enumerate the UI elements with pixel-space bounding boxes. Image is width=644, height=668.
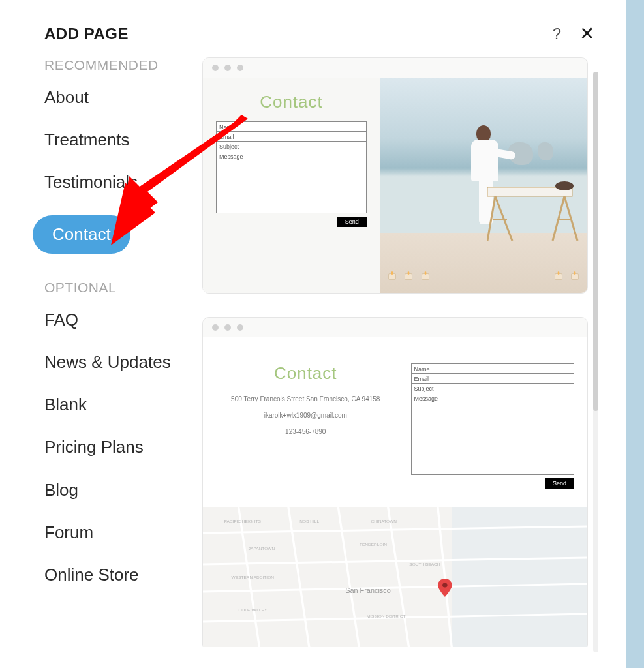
sidebar-item-online-store[interactable]: Online Store [44, 565, 192, 585]
svg-text:TENDERLOIN: TENDERLOIN [360, 542, 388, 547]
send-button: Send [337, 217, 367, 227]
template2-info-panel: Contact 500 Terry Francois Street San Fr… [216, 363, 395, 489]
header-actions: ? ✕ [553, 25, 594, 43]
form-field-name: Name [411, 363, 575, 374]
sidebar-item-forum[interactable]: Forum [44, 523, 192, 543]
svg-point-28 [442, 583, 448, 588]
help-icon[interactable]: ? [553, 25, 561, 43]
svg-line-4 [553, 196, 564, 241]
sidebar-item-blog[interactable]: Blog [44, 480, 192, 500]
sidebar-item-pricing-plans[interactable]: Pricing Plans [44, 437, 192, 457]
form-field-subject: Subject [216, 141, 367, 151]
right-edge-scrollbar-area [626, 0, 644, 668]
template2-body: Contact 500 Terry Francois Street San Fr… [203, 337, 587, 647]
svg-text:COLE VALLEY: COLE VALLEY [239, 607, 268, 612]
contact-phone: 123-456-7890 [216, 428, 395, 435]
massage-table-icon [487, 181, 585, 246]
browser-chrome [203, 58, 587, 78]
modal-title: ADD PAGE [44, 25, 129, 43]
sidebar-item-news-updates[interactable]: News & Updates [44, 352, 192, 372]
add-page-modal: ADD PAGE ? ✕ RECOMMENDED About Treatment… [0, 0, 626, 668]
browser-dot-icon [237, 324, 243, 331]
template-preview-2[interactable]: Contact 500 Terry Francois Street San Fr… [202, 317, 588, 647]
candle-icon [422, 273, 429, 280]
template-preview-1[interactable]: Contact Name Email Subject Message Send [202, 57, 588, 294]
browser-dot-icon [212, 324, 219, 331]
map-city-label: San Francisco [345, 587, 391, 594]
form-field-message: Message [411, 393, 575, 475]
template2-form: Name Email Subject Message Send [411, 363, 575, 489]
browser-dot-icon [237, 65, 243, 71]
svg-text:SOUTH BEACH: SOUTH BEACH [409, 562, 440, 566]
template2-top: Contact 500 Terry Francois Street San Fr… [203, 337, 587, 507]
svg-text:CHINATOWN: CHINATOWN [371, 519, 397, 523]
send-button: Send [545, 478, 574, 489]
browser-dot-icon [224, 65, 231, 71]
template1-heading: Contact [260, 92, 323, 112]
svg-text:WESTERN ADDITION: WESTERN ADDITION [232, 575, 275, 579]
browser-dot-icon [224, 324, 231, 331]
template-previews: Contact Name Email Subject Message Send [202, 57, 626, 647]
form-field-email: Email [216, 131, 367, 142]
browser-dot-icon [212, 65, 219, 71]
sidebar-item-contact[interactable]: Contact [33, 215, 130, 254]
template2-heading: Contact [216, 363, 395, 384]
template1-form: Name Email Subject Message Send [216, 121, 367, 227]
modal-header: ADD PAGE ? ✕ [0, 25, 626, 43]
contact-address: 500 Terry Francois Street San Francisco,… [216, 395, 395, 402]
rock-icon [538, 142, 553, 160]
template1-form-panel: Contact Name Email Subject Message Send [203, 78, 380, 293]
modal-content: RECOMMENDED About Treatments Testimonial… [0, 43, 626, 647]
svg-text:MISSION DISTRICT: MISSION DISTRICT [367, 614, 406, 618]
section-label-optional: OPTIONAL [44, 280, 192, 296]
contact-email: ikarolk+wlx1909@gmail.com [216, 412, 395, 419]
candle-icon [405, 273, 412, 280]
sidebar: RECOMMENDED About Treatments Testimonial… [0, 57, 202, 647]
svg-text:NOB HILL: NOB HILL [299, 519, 319, 523]
svg-line-2 [487, 196, 495, 241]
svg-text:JAPANTOWN: JAPANTOWN [249, 546, 275, 551]
form-field-subject: Subject [411, 383, 575, 393]
sidebar-item-about[interactable]: About [44, 87, 192, 108]
template1-image [380, 78, 587, 293]
sidebar-item-blank[interactable]: Blank [44, 395, 192, 415]
sidebar-item-treatments[interactable]: Treatments [44, 130, 192, 150]
scrollbar-thumb[interactable] [593, 72, 598, 411]
map-illustration: PACIFIC HEIGHTS NOB HILL CHINATOWN JAPAN… [203, 507, 587, 647]
sidebar-item-faq[interactable]: FAQ [44, 310, 192, 330]
candle-icon [571, 273, 579, 280]
close-icon[interactable]: ✕ [579, 25, 594, 43]
svg-line-3 [495, 196, 512, 241]
candle-icon [388, 273, 396, 280]
template1-body: Contact Name Email Subject Message Send [203, 78, 587, 293]
svg-point-1 [555, 181, 574, 190]
sidebar-item-testimonials[interactable]: Testimonials [44, 172, 192, 192]
candle-icon [555, 273, 562, 280]
spa-scene-illustration [380, 78, 587, 293]
svg-text:PACIFIC HEIGHTS: PACIFIC HEIGHTS [224, 519, 261, 523]
template2-map: PACIFIC HEIGHTS NOB HILL CHINATOWN JAPAN… [203, 507, 587, 647]
form-field-name: Name [216, 121, 367, 132]
form-field-email: Email [411, 373, 575, 384]
preview-scrollbar[interactable] [593, 72, 598, 652]
section-label-recommended: RECOMMENDED [44, 57, 192, 73]
browser-chrome [203, 318, 587, 337]
form-field-message: Message [216, 151, 367, 213]
svg-line-5 [564, 196, 577, 241]
